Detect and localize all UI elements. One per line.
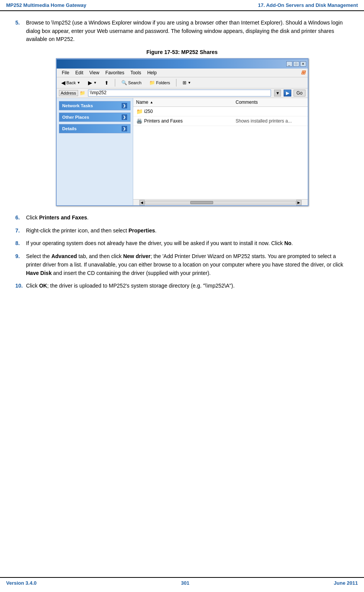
scrollbar-thumb[interactable] bbox=[190, 201, 213, 204]
search-icon: 🔍 bbox=[121, 80, 127, 85]
go-button[interactable]: Go bbox=[294, 90, 305, 96]
windows-explorer-window: _ □ ✕ File Edit View Favorites Tools Hel… bbox=[56, 58, 309, 206]
step-9: 9. Select the Advanced tab, and then cli… bbox=[15, 252, 349, 277]
views-dropdown-icon[interactable]: ▼ bbox=[188, 81, 191, 85]
folders-label: Folders bbox=[156, 80, 170, 85]
other-places-label: Other Places bbox=[62, 115, 89, 119]
step-6-num: 6. bbox=[15, 214, 26, 222]
comments-column-label: Comments bbox=[236, 100, 258, 105]
details-chevron[interactable]: ❯ bbox=[122, 126, 127, 131]
scrollbar-left-button[interactable]: ◀ bbox=[139, 200, 145, 205]
back-arrow-icon: ◀ bbox=[61, 80, 65, 86]
menu-favorites[interactable]: Favorites bbox=[102, 69, 127, 76]
back-label: Back bbox=[67, 80, 76, 85]
forward-dropdown-icon[interactable]: ▼ bbox=[93, 81, 97, 85]
step-6-text: Click Printers and Faxes. bbox=[26, 214, 88, 222]
menu-tools[interactable]: Tools bbox=[127, 69, 144, 76]
file-row-printers[interactable]: 🖨️ Printers and Faxes Shows installed pr… bbox=[133, 116, 308, 126]
address-dropdown-button[interactable]: ▼ bbox=[274, 90, 281, 96]
views-button[interactable]: ⊞ ▼ bbox=[180, 79, 193, 87]
step-7-text: Right-click the printer icon, and then s… bbox=[26, 227, 157, 235]
header-left: MP252 Multimedia Home Gateway bbox=[6, 2, 87, 8]
toolbar: ◀ Back ▼ ▶ ▼ ⬆ 🔍 Search 📁 F bbox=[57, 77, 308, 88]
horizontal-scrollbar[interactable]: ◀ ▶ bbox=[133, 199, 308, 205]
up-button[interactable]: ⬆ bbox=[102, 79, 111, 87]
maximize-button[interactable]: □ bbox=[293, 61, 299, 67]
name-column-header[interactable]: Name ▲ bbox=[136, 100, 236, 105]
menu-view[interactable]: View bbox=[87, 69, 103, 76]
step-7: 7. Right-click the printer icon, and the… bbox=[15, 227, 349, 235]
scrollbar-area: ◀ ▶ bbox=[133, 199, 308, 205]
scrollbar-right-button[interactable]: ▶ bbox=[296, 200, 302, 205]
details-header[interactable]: Details ❯ bbox=[59, 124, 130, 133]
step-7-num: 7. bbox=[15, 227, 26, 235]
step-10-text: Click OK; the driver is uploaded to MP25… bbox=[26, 282, 235, 290]
step-10-num: 10. bbox=[15, 282, 26, 290]
forward-button[interactable]: ▶ ▼ bbox=[86, 78, 99, 87]
other-places-section: Other Places ❯ bbox=[59, 113, 131, 122]
figure-caption: Figure 17-53: MP252 Shares bbox=[15, 49, 349, 55]
figure-container: Figure 17-53: MP252 Shares _ □ ✕ File Ed… bbox=[15, 49, 349, 206]
back-dropdown-icon[interactable]: ▼ bbox=[77, 81, 80, 85]
menu-file[interactable]: File bbox=[59, 69, 72, 76]
folders-button[interactable]: 📁 Folders bbox=[147, 79, 173, 87]
header-right: 17. Add-On Servers and Disk Management bbox=[258, 2, 358, 8]
network-tasks-section: Network Tasks ❯ bbox=[59, 101, 131, 110]
file-row-i250[interactable]: 📁 i250 bbox=[133, 107, 308, 116]
step-6: 6. Click Printers and Faxes. bbox=[15, 214, 349, 222]
page-footer: Version 3.4.0 301 June 2011 bbox=[0, 577, 364, 588]
left-panel: Network Tasks ❯ Other Places ❯ bbox=[57, 98, 133, 205]
winxp-logo: ⊞ bbox=[301, 69, 305, 76]
step-9-num: 9. bbox=[15, 252, 26, 277]
titlebar-buttons[interactable]: _ □ ✕ bbox=[286, 61, 306, 67]
forward-arrow-icon: ▶ bbox=[88, 80, 92, 86]
folders-icon: 📁 bbox=[149, 80, 155, 85]
menu-edit[interactable]: Edit bbox=[72, 69, 87, 76]
step-5-num: 5. bbox=[15, 19, 26, 44]
printer-icon: 🖨️ bbox=[136, 118, 142, 124]
search-label: Search bbox=[128, 80, 142, 85]
file-comments-printers: Shows installed printers a... bbox=[236, 118, 305, 124]
toolbar-sep-1 bbox=[115, 79, 115, 87]
network-tasks-chevron[interactable]: ❯ bbox=[122, 103, 127, 108]
sort-arrow-icon: ▲ bbox=[150, 100, 153, 104]
file-name-i250: i250 bbox=[144, 109, 236, 114]
file-name-printers: Printers and Faxes bbox=[144, 118, 236, 124]
other-places-chevron[interactable]: ❯ bbox=[122, 114, 127, 120]
step-9-text: Select the Advanced tab, and then click … bbox=[26, 252, 349, 277]
minimize-button[interactable]: _ bbox=[286, 61, 292, 67]
address-go-arrow[interactable]: ▶ bbox=[284, 90, 291, 96]
titlebar: _ □ ✕ bbox=[57, 59, 308, 69]
up-arrow-icon: ⬆ bbox=[104, 80, 109, 86]
close-button[interactable]: ✕ bbox=[300, 61, 306, 67]
comments-column-header[interactable]: Comments bbox=[236, 100, 305, 105]
step-8-num: 8. bbox=[15, 239, 26, 248]
step-8-text: If your operating system does not alread… bbox=[26, 239, 293, 248]
search-button[interactable]: 🔍 Search bbox=[119, 79, 144, 87]
step-5: 5. Browse to \\mp252 (use a Windows Expl… bbox=[15, 19, 349, 44]
scrollbar-track[interactable] bbox=[145, 201, 296, 204]
toolbar-sep-2 bbox=[176, 79, 176, 87]
address-input[interactable]: \\mp252 bbox=[88, 90, 271, 96]
name-column-label: Name bbox=[136, 100, 149, 105]
address-label: Address bbox=[59, 90, 78, 96]
back-button[interactable]: ◀ Back ▼ bbox=[59, 78, 83, 87]
page-header: MP252 Multimedia Home Gateway 17. Add-On… bbox=[0, 0, 364, 11]
step-5-text: Browse to \\mp252 (use a Windows Explore… bbox=[26, 19, 349, 44]
other-places-header[interactable]: Other Places ❯ bbox=[59, 113, 130, 121]
footer-date: June 2011 bbox=[334, 580, 358, 586]
menubar: File Edit View Favorites Tools Help ⊞ bbox=[57, 69, 308, 77]
addressbar: Address 📁 \\mp252 ▼ ▶ Go bbox=[57, 88, 308, 98]
chevron-down-icon: ❯ bbox=[123, 104, 126, 108]
chevron-down-icon-2: ❯ bbox=[123, 115, 126, 119]
step-10: 10. Click OK; the driver is uploaded to … bbox=[15, 282, 349, 290]
footer-version: Version 3.4.0 bbox=[6, 580, 37, 586]
explorer-body: Network Tasks ❯ Other Places ❯ bbox=[57, 98, 308, 205]
step-8: 8. If your operating system does not alr… bbox=[15, 239, 349, 248]
right-panel: Name ▲ Comments 📁 i250 🖨️ bbox=[133, 98, 308, 205]
network-tasks-header[interactable]: Network Tasks ❯ bbox=[59, 101, 130, 110]
menu-help[interactable]: Help bbox=[144, 69, 160, 76]
details-section: Details ❯ bbox=[59, 124, 131, 133]
column-headers: Name ▲ Comments bbox=[133, 98, 308, 107]
address-folder-icon: 📁 bbox=[80, 90, 85, 96]
